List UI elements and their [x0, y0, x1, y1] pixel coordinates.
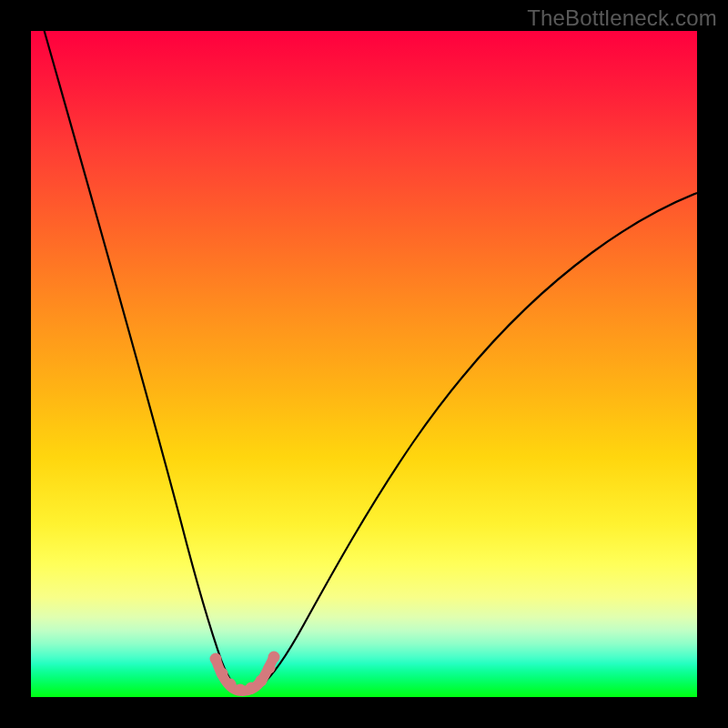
svg-point-4 — [246, 682, 258, 694]
svg-point-3 — [235, 684, 247, 696]
svg-point-7 — [268, 652, 280, 663]
svg-point-0 — [210, 653, 222, 665]
curve-left-branch — [43, 25, 236, 686]
chart-svg — [31, 31, 697, 697]
svg-point-2 — [225, 679, 237, 691]
trough-markers — [210, 652, 280, 696]
svg-point-1 — [217, 668, 228, 680]
svg-point-6 — [264, 662, 276, 674]
attribution-text: TheBottleneck.com — [527, 5, 717, 31]
curve-right-branch — [260, 193, 697, 686]
svg-point-5 — [256, 675, 268, 687]
chart-frame: TheBottleneck.com — [0, 0, 728, 728]
